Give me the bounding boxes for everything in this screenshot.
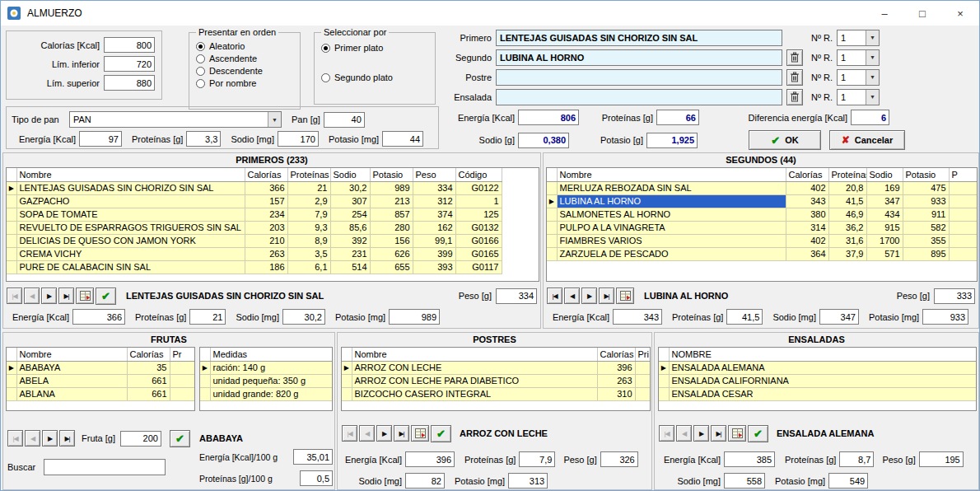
delete-ensalada-button[interactable] [786,89,803,105]
column-header[interactable]: Nombre [16,348,127,361]
cell[interactable]: G0132 [455,221,502,234]
cell[interactable]: 314 [786,221,828,234]
table-row[interactable]: SOPA DE TOMATE2347,9254857374125 [7,208,502,221]
locate-record-button[interactable] [728,425,746,442]
table-row[interactable]: SALMONETES AL HORNO38046,9434911 [547,208,978,221]
cell[interactable] [170,374,194,387]
cell[interactable]: 475 [903,181,949,194]
cell[interactable]: ZARZUELA DE PESCADO [557,247,786,260]
cell[interactable]: 157 [245,194,287,208]
cell[interactable]: ración: 140 g [210,361,332,374]
cell[interactable]: FIAMBRES VARIOS [557,234,786,247]
table-row[interactable]: ▶LUBINA AL HORNO34341,5347933 [547,194,978,208]
cell[interactable]: 254 [330,208,370,221]
column-header[interactable]: Proteínas [828,168,866,181]
cell[interactable]: LUBINA AL HORNO [557,194,786,208]
delete-postre-button[interactable] [786,69,803,86]
cell[interactable]: LENTEJAS GUISADAS SIN CHORIZO SIN SAL [16,181,245,194]
cell[interactable]: 582 [903,221,949,234]
segundo-nr-select[interactable]: 1 ▼ [837,49,880,66]
cell[interactable]: CREMA VICHY [16,247,245,260]
prev-record-button[interactable]: ◀ [564,288,580,304]
chevron-down-icon[interactable]: ▼ [866,50,879,65]
cell[interactable] [635,361,650,374]
column-header[interactable]: Pr [170,348,194,361]
cell[interactable]: 434 [866,208,903,221]
cell[interactable]: unidad pequeña: 350 g [210,374,332,387]
column-header[interactable]: Sodio [330,168,370,181]
cell[interactable]: 8,9 [287,234,330,247]
cell[interactable]: 186 [245,260,287,274]
cell[interactable]: 399 [413,247,455,260]
lim-inferior-input[interactable]: 720 [104,56,155,72]
postres-grid[interactable]: NombreCaloríasPri▶ARROZ CON LECHE396ARRO… [342,348,651,401]
cell[interactable]: 46,9 [828,208,866,221]
segundos-peso-input[interactable]: 333 [934,288,975,304]
cell[interactable]: 99,1 [413,234,455,247]
column-header[interactable]: Sodio [866,168,903,181]
cell[interactable]: 310 [597,387,635,400]
cell[interactable]: 915 [866,221,903,234]
radio-aleatorio[interactable]: Aleatorio [196,41,293,51]
next-record-button[interactable]: ▶ [693,425,709,442]
column-header[interactable]: P [949,168,978,181]
cell[interactable]: 169 [866,181,903,194]
cell[interactable]: 364 [786,247,828,260]
cell[interactable] [170,387,194,400]
column-header[interactable]: Pri [635,348,650,361]
cell[interactable]: 402 [786,234,828,247]
cell[interactable]: 231 [330,247,370,260]
cell[interactable]: REVUELTO DE ESPARRAGOS TRIGUEROS SIN SAL [16,221,245,234]
prev-record-button[interactable]: ◀ [24,288,40,304]
select-fruta-button[interactable]: ✔ [170,430,190,447]
cell[interactable]: 41,5 [828,194,866,208]
table-row[interactable]: ▶ENSALADA ALEMANA [659,361,976,374]
cell[interactable]: 380 [786,208,828,221]
cell[interactable] [949,181,978,194]
cell[interactable]: ENSALADA CESAR [669,387,976,400]
ensalada-input[interactable] [496,89,782,105]
minimize-button[interactable]: – [866,1,903,26]
pan-gramos-input[interactable]: 40 [324,112,365,128]
primero-input[interactable]: LENTEJAS GUISADAS SIN CHORIZO SIN SAL [496,30,782,46]
column-header[interactable]: Nombre [352,348,597,361]
cell[interactable]: 661 [127,374,170,387]
segundos-grid[interactable]: NombreCaloríasProteínasSodioPotasioPMERL… [547,168,978,261]
radio-segundo-plato[interactable]: Segundo plato [321,72,428,82]
column-header[interactable]: Potasio [903,168,949,181]
cell[interactable]: 263 [245,247,287,260]
chevron-down-icon[interactable]: ▼ [866,90,879,105]
select-ensalada-button[interactable]: ✔ [748,425,768,442]
first-record-button[interactable]: |◀ [7,288,22,304]
cell[interactable]: 571 [866,247,903,260]
first-record-button[interactable]: |◀ [342,425,357,442]
table-row[interactable]: PURE DE CALABACIN SIN SAL1866,1514655393… [7,260,502,274]
ok-button[interactable]: ✔ OK [749,130,821,150]
cell[interactable]: 7,9 [287,208,330,221]
cell[interactable]: ARROZ CON LECHE PARA DIABETICO [352,374,597,387]
medidas-grid[interactable]: Medidas▶ración: 140 gunidad pequeña: 350… [200,348,333,401]
cell[interactable]: BIZCOCHO CASERO INTEGRAL [352,387,597,400]
table-row[interactable]: ▶ARROZ CON LECHE396 [342,361,650,374]
cell[interactable]: 312 [413,194,455,208]
column-header[interactable]: Peso [413,168,455,181]
cell[interactable] [949,247,978,260]
table-row[interactable]: ARROZ CON LECHE PARA DIABETICO263 [342,374,650,387]
first-record-button[interactable]: |◀ [7,430,23,447]
cell[interactable]: 366 [245,181,287,194]
cell[interactable]: 911 [903,208,949,221]
cell[interactable]: 655 [370,260,413,274]
cell[interactable]: 2,9 [287,194,330,208]
postre-nr-select[interactable]: 1 ▼ [837,69,880,86]
cell[interactable]: 626 [370,247,413,260]
cell[interactable]: 263 [597,374,635,387]
cell[interactable]: 213 [370,194,413,208]
table-row[interactable]: FIAMBRES VARIOS40231,61700355 [547,234,978,247]
cell[interactable]: ABLANA [16,387,127,400]
cell[interactable]: 334 [413,181,455,194]
cell[interactable]: 1 [455,194,502,208]
cell[interactable] [170,361,194,374]
cell[interactable]: G0117 [455,260,502,274]
table-row[interactable]: CREMA VICHY2633,5231626399G0165 [7,247,502,260]
cell[interactable]: 162 [413,221,455,234]
